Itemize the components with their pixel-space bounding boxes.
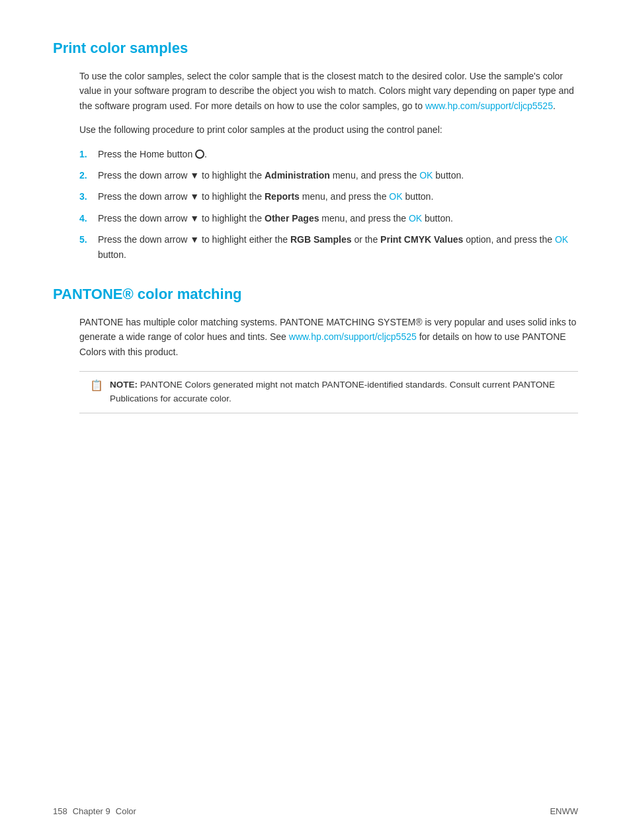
section1-title: Print color samples (53, 40, 578, 57)
intro-link[interactable]: www.hp.com/support/cljcp5525 (425, 101, 553, 111)
step-3-num: 3. (79, 189, 98, 204)
step-3: 3. Press the down arrow ▼ to highlight t… (79, 189, 578, 204)
section1-intro: To use the color samples, select the col… (53, 69, 578, 113)
footer: 158 Chapter 9 Color ENWW (53, 806, 578, 816)
step-5: 5. Press the down arrow ▼ to highlight e… (79, 232, 578, 262)
step-3-text: Press the down arrow ▼ to highlight the … (98, 189, 578, 204)
step-1-text: Press the Home button . (98, 147, 578, 161)
procedure-intro: Use the following procedure to print col… (53, 122, 578, 137)
section2-body: PANTONE has multiple color matching syst… (53, 315, 578, 359)
footer-left: 158 Chapter 9 Color (53, 806, 136, 816)
footer-chapter: Chapter 9 (73, 806, 110, 816)
intro-text-end: . (553, 101, 556, 111)
step-5-bold1: RGB Samples (290, 234, 352, 245)
step-list: 1. Press the Home button . 2. Press the … (53, 147, 578, 262)
note-content: NOTE: PANTONE Colors generated might not… (110, 378, 568, 406)
step-5-ok: OK (555, 234, 568, 245)
step-4-ok: OK (409, 213, 422, 224)
step-1-num: 1. (79, 147, 98, 161)
footer-right: ENWW (550, 806, 578, 816)
step-2: 2. Press the down arrow ▼ to highlight t… (79, 168, 578, 183)
footer-chapter-topic: Color (116, 806, 136, 816)
page: Print color samples To use the color sam… (0, 0, 631, 840)
step-2-bold: Administration (265, 170, 330, 181)
note-text: PANTONE Colors generated might not match… (110, 380, 555, 403)
step-1: 1. Press the Home button . (79, 147, 578, 161)
step-2-num: 2. (79, 168, 98, 183)
step-2-text: Press the down arrow ▼ to highlight the … (98, 168, 578, 183)
step-4-text: Press the down arrow ▼ to highlight the … (98, 211, 578, 226)
step-2-ok: OK (419, 170, 433, 181)
note-icon: 📋 (90, 379, 103, 392)
section2-link[interactable]: www.hp.com/support/cljcp5525 (289, 331, 417, 342)
step-5-text: Press the down arrow ▼ to highlight eith… (98, 232, 578, 262)
section2-title: PANTONE® color matching (53, 286, 578, 303)
step-3-bold: Reports (265, 191, 300, 202)
step-3-ok: OK (389, 191, 402, 202)
step-5-bold2: Print CMYK Values (380, 234, 463, 245)
step-5-num: 5. (79, 232, 98, 262)
footer-right-text: ENWW (550, 806, 578, 816)
note-box: 📋 NOTE: PANTONE Colors generated might n… (79, 371, 578, 413)
step-4: 4. Press the down arrow ▼ to highlight t… (79, 211, 578, 226)
note-label: NOTE: (110, 380, 138, 390)
footer-page-number: 158 (53, 806, 67, 816)
step-4-bold: Other Pages (265, 213, 319, 224)
step-4-num: 4. (79, 211, 98, 226)
